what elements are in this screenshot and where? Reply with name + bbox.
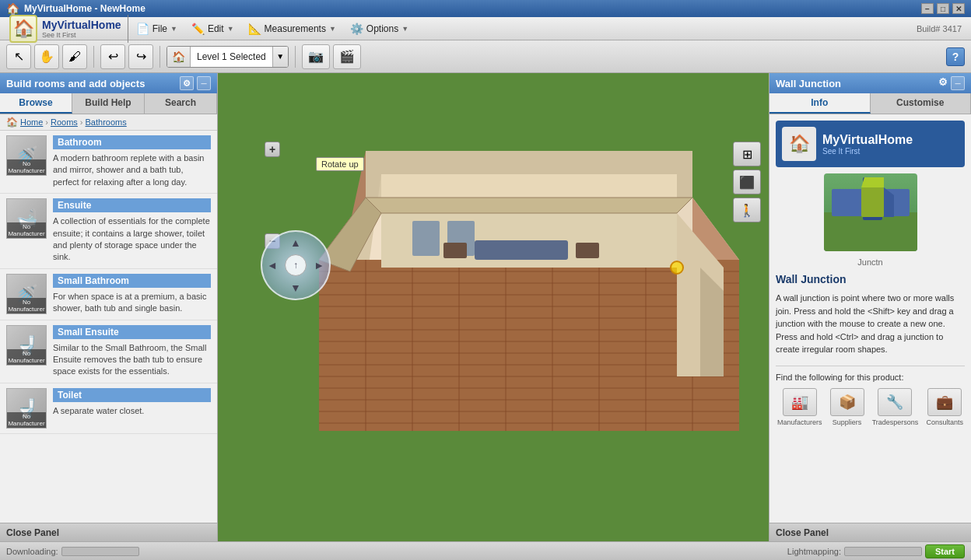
move-tool-button[interactable]: ✋ xyxy=(34,44,59,69)
tradespersons-item[interactable]: 🔧 Tradespersons xyxy=(872,388,919,426)
downloading-section: Downloading: xyxy=(6,547,139,556)
paint-tool-button[interactable]: 🖌 xyxy=(62,44,87,69)
minimize-button[interactable]: − xyxy=(921,3,934,14)
room-3d-view[interactable] xyxy=(303,135,755,439)
nav-up-arrow[interactable]: ▲ xyxy=(290,236,301,249)
menu-file[interactable]: 📄 File ▼ xyxy=(130,20,184,37)
navigation-wheel[interactable]: ▲ ▼ ◄ ► ↑ xyxy=(261,230,331,300)
right-panel-footer[interactable]: Close Panel xyxy=(769,523,971,541)
house-icon: 🏠 xyxy=(9,15,37,43)
right-panel-collapse-icon[interactable]: ─ xyxy=(951,76,965,90)
junction-svg xyxy=(824,173,917,251)
tab-browse[interactable]: Browse xyxy=(0,93,72,114)
manufacturers-label: Manufacturers xyxy=(777,418,822,426)
nav-down-arrow[interactable]: ▼ xyxy=(290,282,301,294)
window-controls: − □ ✕ xyxy=(921,3,965,14)
svg-marker-51 xyxy=(366,198,692,213)
close-panel-label: Close Panel xyxy=(6,527,59,538)
manufacturer-label: No Manufacturer xyxy=(7,349,46,365)
tab-customise[interactable]: Customise xyxy=(871,93,972,114)
2d-view-button[interactable]: ⊞ xyxy=(733,142,761,166)
app-tagline: See It First xyxy=(42,31,121,39)
undo-button[interactable]: ↩ xyxy=(100,44,125,69)
breadcrumb-rooms[interactable]: Rooms xyxy=(51,117,78,127)
left-panel-settings-icon[interactable]: ⚙ xyxy=(180,76,194,90)
breadcrumb-bathrooms[interactable]: Bathrooms xyxy=(86,117,127,127)
list-item[interactable]: 🚿 No Manufacturer Bathroom A modern bath… xyxy=(0,131,217,194)
level-dropdown-arrow[interactable]: ▼ xyxy=(272,46,288,68)
statusbar: Downloading: Lightmapping: Start xyxy=(0,541,971,560)
brand-logo-icon: 🏠 xyxy=(782,127,816,161)
nav-right-arrow[interactable]: ► xyxy=(314,259,324,271)
walkthrough-button[interactable]: 🚶 xyxy=(733,198,761,222)
close-panel-right-label: Close Panel xyxy=(776,527,829,538)
brand-tagline: See It First xyxy=(822,147,913,156)
svg-rect-43 xyxy=(412,221,440,256)
video-button[interactable]: 🎬 xyxy=(333,44,361,69)
breadcrumb: 🏠 Home › Rooms › Bathrooms xyxy=(0,114,217,131)
close-button[interactable]: ✕ xyxy=(952,3,965,14)
list-item[interactable]: 🚿 No Manufacturer Small Bathroom For whe… xyxy=(0,269,217,320)
junction-label: Junctn xyxy=(776,257,965,267)
find-section: Find the following for this product: 🏭 M… xyxy=(776,366,965,426)
menu-edit[interactable]: ✏️ Edit ▼ xyxy=(185,20,240,37)
left-panel-footer[interactable]: Close Panel xyxy=(0,523,217,541)
select-tool-button[interactable]: ↖ xyxy=(6,44,31,69)
app-name: MyVirtualHome xyxy=(42,19,121,31)
breadcrumb-home[interactable]: Home xyxy=(20,117,43,127)
help-button[interactable]: ? xyxy=(946,47,965,66)
nav-center[interactable]: ↑ xyxy=(285,254,307,276)
list-item[interactable]: 🛁 No Manufacturer Ensuite A collection o… xyxy=(0,194,217,269)
right-panel: Wall Junction ⚙ ─ Info Customise 🏠 MyVir… xyxy=(769,73,971,541)
tab-info[interactable]: Info xyxy=(769,93,871,114)
tradespersons-icon: 🔧 xyxy=(878,388,912,416)
item-desc-bathroom: A modern bathroom replete with a basin a… xyxy=(53,152,211,188)
main-area: Build rooms and add objects ⚙ ─ Browse B… xyxy=(0,73,971,541)
junction-info-title: Wall Junction xyxy=(776,273,965,285)
item-thumbnail-ensuite: 🛁 No Manufacturer xyxy=(6,198,47,239)
start-button[interactable]: Start xyxy=(925,544,965,558)
tab-search[interactable]: Search xyxy=(145,93,217,114)
brand-name: MyVirtualHome xyxy=(822,133,913,147)
redo-button[interactable]: ↪ xyxy=(128,44,153,69)
tab-build-help[interactable]: Build Help xyxy=(72,93,145,114)
right-panel-header: Wall Junction ⚙ ─ xyxy=(769,73,971,93)
camera-button[interactable]: 📷 xyxy=(302,44,330,69)
manufacturer-label: No Manufacturer xyxy=(7,412,46,428)
item-thumbnail-small-bathroom: 🚿 No Manufacturer xyxy=(6,274,47,314)
level-icon: 🏠 xyxy=(167,46,191,68)
list-item[interactable]: 🚽 No Manufacturer Small Ensuite Similar … xyxy=(0,320,217,383)
suppliers-item[interactable]: 📦 Suppliers xyxy=(830,388,864,426)
tradespersons-label: Tradespersons xyxy=(872,418,919,426)
list-item[interactable]: 🚽 No Manufacturer Toilet A separate wate… xyxy=(0,383,217,434)
menu-measurements[interactable]: 📐 Measurements ▼ xyxy=(242,20,342,37)
find-title: Find the following for this product: xyxy=(776,373,965,382)
3d-view-button[interactable]: ⬛ xyxy=(733,170,761,194)
brand-section: 🏠 MyVirtualHome See It First xyxy=(776,121,965,167)
menu-options[interactable]: ⚙️ Options ▼ xyxy=(344,20,415,37)
left-panel-collapse-icon[interactable]: ─ xyxy=(197,76,211,90)
find-icons: 🏭 Manufacturers 📦 Suppliers 🔧 Tradespers… xyxy=(776,388,965,426)
right-panel-settings-icon[interactable]: ⚙ xyxy=(938,76,948,90)
left-panel-header: Build rooms and add objects ⚙ ─ xyxy=(0,73,217,93)
view-buttons: ⊞ ⬛ 🚶 xyxy=(733,142,761,222)
lightmapping-section: Lightmapping: Start xyxy=(787,544,965,558)
item-name-bathroom: Bathroom xyxy=(53,135,211,149)
level-text: Level 1 Selected xyxy=(191,51,272,62)
suppliers-icon: 📦 xyxy=(830,388,864,416)
toolbar-separator-1 xyxy=(93,46,94,68)
viewport[interactable]: + ▲ ▼ ◄ ► ↑ − Rotate up ⊞ ⬛ 🚶 xyxy=(218,73,769,541)
junction-info-text: A wall junction is point where two or mo… xyxy=(776,292,965,356)
maximize-button[interactable]: □ xyxy=(937,3,949,14)
level-selector[interactable]: 🏠 Level 1 Selected ▼ xyxy=(167,46,289,68)
build-number: Build# 3417 xyxy=(917,24,968,33)
item-name-ensuite: Ensuite xyxy=(53,198,211,212)
nav-left-arrow[interactable]: ◄ xyxy=(267,259,278,271)
consultants-item[interactable]: 💼 Consultants xyxy=(926,388,963,426)
toolbar: ↖ ✋ 🖌 ↩ ↪ 🏠 Level 1 Selected ▼ 📷 🎬 ? xyxy=(0,40,971,73)
titlebar: 🏠 MyVirtualHome - NewHome − □ ✕ xyxy=(0,0,971,17)
manufacturer-label: No Manufacturer xyxy=(7,298,46,313)
manufacturers-item[interactable]: 🏭 Manufacturers xyxy=(777,388,822,426)
browse-tabs: Browse Build Help Search xyxy=(0,93,217,114)
zoom-in-button[interactable]: + xyxy=(265,142,280,157)
